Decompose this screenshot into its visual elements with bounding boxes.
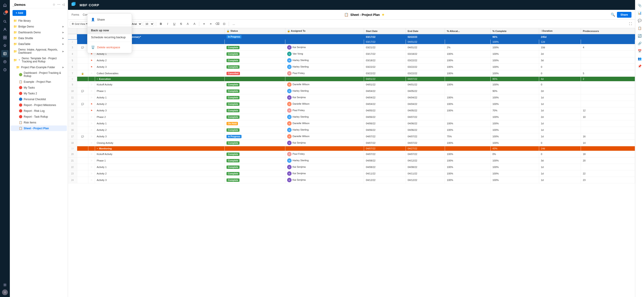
sidebar-item-project-plan-folder[interactable]: 📁 Project Plan Example Folder ▶: [11, 64, 67, 70]
forms-rail-icon[interactable]: 📋: [636, 24, 643, 32]
pct-alloc-cell: 100%: [445, 158, 490, 164]
plus-icon[interactable]: [1, 58, 8, 65]
resource-icon[interactable]: 👥: [636, 55, 643, 62]
gantt-icon[interactable]: 📅: [636, 48, 643, 54]
more-options-button[interactable]: ...: [231, 21, 236, 27]
sidebar-item-report-milestones[interactable]: 🔴 Report - Project Milestones: [11, 102, 67, 108]
sidebar-item-demo-template[interactable]: 📁 ▼ Demo: Template Set - Project Trackin…: [11, 56, 67, 64]
strikethrough-button[interactable]: S: [178, 21, 184, 27]
people-icon[interactable]: [1, 26, 8, 33]
help-icon[interactable]: ?: [1, 66, 8, 73]
notifications-icon[interactable]: 12: [1, 10, 8, 17]
collapse-sidebar-icon[interactable]: ◁: [62, 2, 65, 7]
add-button[interactable]: + Add: [12, 10, 26, 16]
duration-cell: 0: [539, 70, 581, 77]
sidebar-item-sheet-project-plan[interactable]: 📋 Sheet - Project Plan: [11, 126, 67, 131]
delete-workspace-menu-item[interactable]: 🗑️ Delete workspace: [88, 43, 132, 51]
font-size-select[interactable]: 10: [143, 22, 154, 26]
sidebar-item-risk-items[interactable]: 📋 Risk Items: [11, 120, 67, 125]
align-center-button[interactable]: ≡: [208, 21, 214, 27]
text-color-button[interactable]: A: [192, 21, 197, 27]
table-row[interactable]: 17 💬 ⚐ Activity 3 In Progress DDanielle …: [68, 133, 635, 140]
table-row[interactable]: 15 ⚐ Activity 1 On Hold DDanielle Wilson…: [68, 120, 635, 127]
search-sheet-icon[interactable]: 🔍: [611, 12, 615, 17]
sidebar-item-report-risk-log[interactable]: 🔴 Report - Risk Log: [11, 108, 67, 114]
row-flag: [88, 77, 95, 82]
table-row[interactable]: 4 ⚑ Activity 1 Complete VVan Vong 03/17/…: [68, 51, 635, 57]
table-row[interactable]: 6 ⚑ Activity 3 Complete HHarley Sterling…: [68, 64, 635, 70]
schedule-backup-menu-item[interactable]: Schedule recurring backup: [88, 34, 132, 40]
align-left-button[interactable]: ≡: [201, 21, 207, 27]
backup-now-menu-item[interactable]: Back up now: [88, 26, 132, 34]
table-row[interactable]: 20 ⚐ Kickoff Activity Complete PPaul Fin…: [68, 151, 635, 158]
table-row[interactable]: 3 💬 ⚐ Project Kickoff Complete KKai Senj…: [68, 44, 635, 51]
table-row[interactable]: 16 ⚐ Activity 2 Complete HHarley Sterlin…: [68, 127, 635, 133]
pin-icon[interactable]: 📌: [636, 62, 643, 70]
bold-button[interactable]: B: [158, 21, 164, 27]
sidebar-item-dashboard-tracking[interactable]: 🟢 Dashboard - Project Tracking & Rollup: [11, 70, 67, 79]
integrations-icon[interactable]: 🔗: [636, 40, 643, 47]
border-button[interactable]: ⊡: [221, 21, 227, 27]
table-row[interactable]: 24 ⚐ Activity 3 Complete KKai Senjima 04…: [68, 177, 635, 184]
assigned-to-cell: [285, 77, 364, 82]
sidebar-item-file-library[interactable]: 📁 File library: [11, 18, 67, 24]
user-avatar[interactable]: U: [2, 290, 8, 295]
sidebar-item-label: Sheet - Project Plan: [24, 127, 64, 130]
sheets-icon[interactable]: [1, 50, 8, 57]
pct-complete-cell: 100%: [490, 158, 539, 164]
automations-icon[interactable]: 🔄: [636, 32, 643, 39]
pct-complete-cell: 100%: [490, 177, 539, 184]
share-button[interactable]: Share: [617, 12, 632, 18]
grid-icon[interactable]: [1, 34, 8, 41]
underline-button[interactable]: U: [171, 21, 177, 27]
sidebar-item-my-tasks-2[interactable]: 🔴 My Tasks 2: [11, 90, 67, 96]
table-row[interactable]: 23 ⚐ Activity 2 Complete KKai Senjima 04…: [68, 170, 635, 177]
table-row[interactable]: 2 −Planning 03/17/22 04/01/22 100% 12d: [68, 40, 635, 44]
sidebar-item-demo-intake[interactable]: 📁 Demo: Intake, Approval, Reports, Dashb…: [11, 47, 67, 56]
highlight-button[interactable]: A: [185, 21, 190, 27]
table-row[interactable]: 9 ⚐ Kickoff Activity Complete DDanielle …: [68, 82, 635, 88]
star-icon[interactable]: [1, 42, 8, 49]
star-workspace-icon[interactable]: ☆: [52, 2, 56, 7]
table-row[interactable]: 19 −Monitoring 04/07/22 04/27/22 43% 14d: [68, 146, 635, 151]
sidebar-item-label: Project Plan Example Folder: [21, 66, 61, 69]
comments-icon[interactable]: 💬: [636, 17, 643, 24]
table-row[interactable]: 11 ⚐ Activity 1 Complete KKai Senjima 04…: [68, 94, 635, 101]
grid-view-button[interactable]: ⊞ Grid View ▾: [70, 22, 90, 26]
sidebar-item-report-task-rollup[interactable]: 🔴 Report - Task Rollup: [11, 114, 67, 120]
home-icon[interactable]: [1, 2, 8, 9]
activity-icon[interactable]: 📊: [636, 10, 643, 16]
table-row[interactable]: 13 ⚑ Activity 3 Complete PPaul Finley 04…: [68, 107, 635, 114]
end-date-cell: 03/18/22: [406, 51, 445, 57]
sidebar-item-example-project-plan[interactable]: 📋 Example - Project Plan: [11, 79, 67, 84]
table-row[interactable]: 10 💬 ⚐ Phase 1 Complete HHarley Sterling…: [68, 88, 635, 94]
table-row[interactable]: 21 ⚐ Phase 1 Complete HHarley Sterling 0…: [68, 158, 635, 164]
expand-button[interactable]: ⛶: [628, 21, 633, 27]
nav-forms[interactable]: Forms: [72, 12, 79, 17]
sidebar-item-personal-checklist[interactable]: 🔵 Personal Checklist: [11, 96, 67, 102]
table-row[interactable]: 7 🔒 ⚐ Collect Deliverables Cancelled PPa…: [68, 70, 635, 77]
table-row[interactable]: 5 ⚑ Activity 2 Complete HHarley Sterling…: [68, 57, 635, 64]
attachments-icon[interactable]: 📎: [636, 2, 643, 9]
table-row[interactable]: 14 ⚐ Phase 2 Complete HHarley Sterling 0…: [68, 114, 635, 120]
table-row[interactable]: *Project Name in the Sheet Summary* In P…: [68, 34, 635, 40]
sidebar-item-bridge-demo[interactable]: 📁 Bridge Demo ▶: [11, 24, 67, 29]
table-row[interactable]: 18 ⚐ Closing Activity Complete KKai Senj…: [68, 140, 635, 146]
more-options-icon[interactable]: ⋯: [57, 2, 61, 7]
settings-icon[interactable]: [1, 281, 8, 288]
italic-button[interactable]: I: [164, 21, 170, 27]
duration-cell: 12d: [539, 40, 581, 44]
assigned-to-cell: [285, 34, 364, 40]
sidebar-item-my-tasks[interactable]: 🔴 My Tasks: [11, 85, 67, 90]
table-row[interactable]: 22 ⚐ Activity 1 Complete KKai Senjima 04…: [68, 164, 635, 170]
table-row[interactable]: 12 💬 ⚑ Activity 2 Complete DDanielle Wil…: [68, 101, 635, 107]
favorite-star-icon[interactable]: ★: [382, 12, 384, 17]
eraser-button[interactable]: ⌫: [214, 21, 220, 27]
table-row[interactable]: 8 −Execution 04/01/22 04/07/22 95% 4d 2: [68, 77, 635, 82]
sidebar-item-dashboards-demo[interactable]: 📁 Dashboards Demo ▶: [11, 30, 67, 35]
sidebar-item-data-shuttle[interactable]: 📁 Data Shuttle ▶: [11, 35, 67, 41]
row-num: 11: [68, 94, 77, 101]
share-menu-item[interactable]: 👤 Share: [88, 16, 132, 24]
sidebar-item-datatable[interactable]: 📁 DataTable ▶: [11, 41, 67, 47]
search-icon[interactable]: [1, 18, 8, 25]
